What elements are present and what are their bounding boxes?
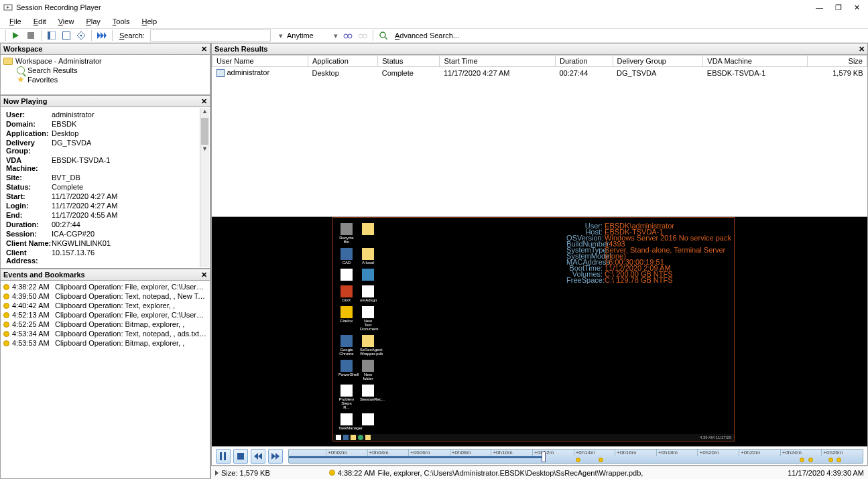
desktop-icon[interactable]: SessionRec... [360, 385, 376, 409]
player-viewport[interactable]: Recycle BinCADA localDivXovrAdsgnFirefox… [211, 217, 868, 447]
rewind-button[interactable] [251, 449, 265, 464]
menu-tools[interactable]: Tools [107, 16, 135, 27]
desktop-icon[interactable]: ovrAdsgn [360, 285, 376, 302]
rearrange-icon[interactable] [75, 29, 87, 42]
svg-point-13 [359, 34, 363, 38]
svg-marker-2 [13, 32, 19, 39]
menu-file[interactable]: File [4, 16, 27, 27]
desktop-icon[interactable]: A local [360, 248, 376, 265]
binoculars-icon[interactable] [342, 29, 354, 42]
desktop-icon[interactable]: Problem Steps R... [338, 385, 355, 409]
app-icon [3, 2, 13, 13]
stop-icon[interactable] [25, 29, 37, 42]
event-row[interactable]: 4:52:13 AMClipboard Operation: File, exp… [2, 310, 208, 320]
desktop-icon[interactable]: CAD [338, 248, 355, 265]
nowplaying-row: Start:11/17/2020 4:27 AM [6, 192, 204, 201]
column-header[interactable]: Status [378, 56, 440, 67]
workspace-root[interactable]: Workspace - Administrator [2, 56, 208, 66]
event-row[interactable]: 4:39:50 AMClipboard Operation: Text, not… [2, 291, 208, 301]
workspace-search-results[interactable]: Search Results [2, 66, 208, 75]
event-row[interactable]: 4:52:25 AMClipboard Operation: Bitmap, e… [2, 320, 208, 329]
column-header[interactable]: User Name [212, 56, 308, 67]
column-header[interactable]: Duration [555, 56, 613, 67]
column-header[interactable]: Size [807, 56, 867, 67]
results-table: User NameApplicationStatusStart TimeDura… [212, 55, 867, 78]
status-event-time: 4:38:22 AM [338, 469, 375, 477]
nowplaying-panel-header: Now Playing ✕ [0, 95, 210, 107]
desktop-icon[interactable]: SsRecAgent Wrapper.pdb [360, 335, 376, 356]
column-header[interactable]: Start Time [440, 56, 555, 67]
desktop-icon[interactable]: DivX [338, 285, 355, 302]
desktop-icon[interactable] [360, 413, 376, 430]
desktop-icon[interactable] [360, 223, 376, 244]
nowplaying-row: Duration:00:27:44 [6, 220, 204, 229]
close-button[interactable]: ✕ [854, 3, 860, 12]
desktop-icon[interactable]: PowerShell [338, 360, 355, 381]
maximize-button[interactable]: ❐ [835, 3, 842, 12]
svg-rect-18 [224, 452, 226, 460]
pause-button[interactable] [216, 449, 231, 464]
status-size: Size: 1,579 KB [221, 469, 270, 477]
statusbar: Size: 1,579 KB 4:38:22 AMFile, explorer,… [211, 466, 868, 479]
desktop-icon[interactable]: New Text Document [360, 306, 376, 331]
taskbar: 4:39 AM 11/17/20 [333, 434, 734, 441]
window-title: Session Recording Player [16, 3, 816, 11]
desktop-icon[interactable]: New folder [360, 360, 376, 381]
nowplaying-row: Application:Desktop [6, 129, 204, 138]
events-close-icon[interactable]: ✕ [201, 271, 207, 279]
status-clock: 11/17/2020 4:39:30 AM [788, 469, 864, 477]
column-header[interactable]: VDA Machine [703, 56, 807, 67]
minimize-button[interactable]: — [816, 3, 823, 12]
event-row[interactable]: 4:38:22 AMClipboard Operation: File, exp… [2, 282, 208, 291]
desktop-icon[interactable]: Firefox [338, 306, 355, 331]
svg-rect-3 [27, 32, 34, 39]
svg-marker-21 [258, 453, 262, 460]
desktop-icon[interactable]: Google Chrome [338, 335, 355, 356]
menu-help[interactable]: Help [136, 16, 162, 27]
menu-play[interactable]: Play [80, 16, 105, 27]
stop-button[interactable] [233, 449, 248, 464]
column-header[interactable]: Application [308, 56, 377, 67]
fast-forward-icon[interactable] [96, 29, 108, 42]
svg-point-12 [348, 34, 352, 38]
timeline[interactable]: +0h02m+0h04m+0h06m+0h08m+0h10m+0h12m+0h1… [288, 449, 863, 464]
workspace-panel-header: Workspace ✕ [0, 43, 210, 55]
results-panel-header: Search Results ✕ [211, 43, 868, 55]
nowplaying-row: Client Address:10.157.13.76 [6, 248, 204, 265]
nowplaying-row: Client Name:NKGWLINLINK01 [6, 238, 204, 248]
window-layout-icon[interactable] [46, 29, 58, 42]
svg-marker-10 [104, 32, 107, 39]
fit-window-icon[interactable] [60, 29, 72, 42]
workspace-favorites[interactable]: ★ Favorites [2, 75, 208, 84]
event-row[interactable]: 4:40:42 AMClipboard Operation: Text, exp… [2, 301, 208, 310]
menu-view[interactable]: View [53, 16, 80, 27]
advanced-search-link[interactable]: Advanced Search... [395, 31, 459, 40]
search-input[interactable] [150, 29, 271, 42]
forward-button[interactable] [268, 449, 283, 464]
event-row[interactable]: 4:53:34 AMClipboard Operation: Text, not… [2, 329, 208, 338]
desktop-icon[interactable]: Recycle Bin [338, 223, 355, 244]
binoculars-clear-icon[interactable] [357, 29, 369, 42]
search-label: Search: [119, 31, 145, 40]
advanced-search-icon[interactable] [377, 29, 389, 42]
results-close-icon[interactable]: ✕ [859, 45, 865, 54]
menu-edit[interactable]: Edit [28, 16, 52, 27]
desktop-icon[interactable]: TaskManager [338, 413, 355, 430]
nowplaying-close-icon[interactable]: ✕ [201, 97, 207, 106]
play-icon[interactable] [10, 29, 22, 42]
workspace-close-icon[interactable]: ✕ [201, 45, 207, 54]
event-row[interactable]: 4:53:53 AMClipboard Operation: Bitmap, e… [2, 338, 208, 348]
nowplaying-row: VDA Machine:EBSDK-TSVDA-1 [6, 155, 204, 173]
column-header[interactable]: Delivery Group [613, 56, 703, 67]
nowplaying-row: Login:11/17/2020 4:27 AM [6, 201, 204, 210]
svg-rect-19 [237, 453, 244, 460]
svg-rect-5 [48, 31, 50, 40]
svg-marker-22 [271, 453, 275, 460]
desktop-icon[interactable] [338, 269, 355, 281]
nowplaying-row: Site:BVT_DB [6, 173, 204, 182]
svg-marker-1 [7, 6, 9, 9]
table-row[interactable]: administratorDesktopComplete11/17/2020 4… [212, 67, 867, 79]
scrollbar[interactable]: ▲▼ [200, 108, 209, 267]
desktop-icon[interactable] [360, 269, 376, 281]
anytime-combo[interactable]: Anytime▾ [286, 29, 339, 42]
